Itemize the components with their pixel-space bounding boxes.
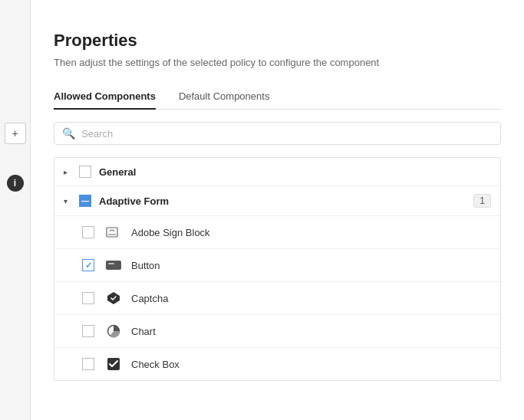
info-button[interactable]: i (7, 175, 24, 192)
checkbox-check-box[interactable] (82, 358, 94, 370)
icon-captcha (105, 290, 122, 307)
chevron-right-icon: ▸ (64, 168, 73, 176)
plus-icon: + (12, 127, 18, 139)
search-bar: 🔍 (54, 122, 501, 145)
group-general-label: General (99, 166, 136, 178)
list-item-button: Button (54, 249, 500, 282)
list-item-check-box: Check Box (54, 348, 500, 380)
checkbox-adobe-sign-block[interactable] (82, 226, 94, 238)
component-list: ▸ General ▾ — Adaptive Form 1 Adobe S (54, 157, 501, 381)
svg-rect-3 (108, 263, 114, 264)
group-adaptive-form-count: 1 (473, 194, 491, 208)
tab-allowed-components[interactable]: Allowed Components (54, 84, 156, 110)
group-general-checkbox[interactable] (79, 166, 91, 178)
group-adaptive-form-header[interactable]: ▾ — Adaptive Form 1 (54, 186, 500, 216)
tab-default-components[interactable]: Default Components (179, 84, 270, 110)
icon-adobe-sign-block (105, 224, 122, 241)
group-adaptive-form-label: Adaptive Form (99, 195, 169, 207)
main-content: Properties Then adjust the settings of t… (31, 0, 524, 420)
group-adaptive-form-checkbox[interactable]: — (79, 195, 91, 207)
group-general-header[interactable]: ▸ General (54, 158, 500, 186)
checkbox-button[interactable] (82, 259, 94, 271)
chevron-down-icon: ▾ (64, 197, 73, 205)
tabs: Allowed Components Default Components (54, 84, 501, 110)
label-adobe-sign-block: Adobe Sign Block (131, 227, 210, 238)
icon-button (105, 257, 122, 274)
label-chart: Chart (131, 326, 156, 337)
list-item-chart: Chart (54, 315, 500, 348)
list-item-adobe-sign-block: Adobe Sign Block (54, 216, 500, 249)
page-subtitle: Then adjust the settings of the selected… (54, 57, 501, 68)
list-item-captcha: Captcha (54, 282, 500, 315)
icon-check-box (105, 356, 122, 372)
svg-rect-2 (106, 261, 121, 270)
checkbox-chart[interactable] (82, 325, 94, 337)
search-icon: 🔍 (62, 127, 75, 139)
sidebar: + i (0, 0, 31, 420)
icon-chart (105, 323, 122, 340)
page-title: Properties (54, 31, 501, 51)
add-component-button[interactable]: + (5, 123, 26, 144)
checkbox-captcha[interactable] (82, 292, 94, 304)
indeterminate-mark: — (81, 197, 89, 205)
svg-rect-0 (107, 228, 117, 237)
label-captcha: Captcha (131, 293, 168, 304)
label-check-box: Check Box (131, 359, 180, 370)
label-button: Button (131, 260, 160, 271)
search-input[interactable] (81, 128, 493, 139)
info-icon: i (14, 178, 16, 189)
